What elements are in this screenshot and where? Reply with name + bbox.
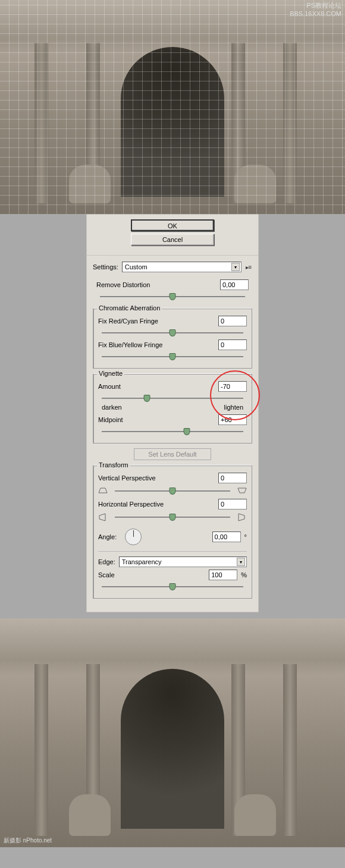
- vertical-perspective-label: Vertical Perspective: [98, 474, 156, 482]
- slider-thumb[interactable]: [170, 514, 176, 521]
- svg-marker-0: [99, 488, 107, 493]
- svg-marker-1: [238, 488, 246, 493]
- angle-input[interactable]: [212, 532, 241, 542]
- dialog-buttons: OK Cancel: [86, 214, 259, 255]
- grid-overlay: [0, 0, 345, 214]
- settings-select[interactable]: Custom ▾: [122, 262, 242, 272]
- angle-label: Angle:: [98, 533, 117, 540]
- vignette-amount-label: Amount: [98, 383, 121, 390]
- ok-button[interactable]: OK: [131, 219, 214, 231]
- dialog-area: OK Cancel Settings: Custom ▾ ▸≡ Remove D…: [0, 214, 345, 612]
- preview-after: 新摄影 nPhoto.net: [0, 618, 345, 847]
- scale-label: Scale: [98, 571, 115, 578]
- slider-thumb[interactable]: [170, 329, 176, 336]
- set-lens-default-button: Set Lens Default: [134, 448, 211, 460]
- trapezoid-bottom-icon: [237, 487, 247, 495]
- watermark-line1: PS教程论坛: [306, 2, 341, 9]
- vignette-darken-label: darken: [102, 404, 122, 411]
- fix-blue-input[interactable]: [218, 339, 247, 350]
- lens-correction-panel: Settings: Custom ▾ ▸≡ Remove Distortion …: [86, 255, 259, 612]
- slider-thumb[interactable]: [144, 395, 150, 402]
- fix-blue-slider[interactable]: [102, 353, 243, 361]
- vignette-lighten-label: lighten: [224, 404, 243, 411]
- settings-value: Custom: [125, 263, 148, 271]
- vignette-midpoint-slider[interactable]: [102, 427, 243, 436]
- trapezoid-right-icon: [237, 513, 247, 521]
- scale-slider[interactable]: [102, 583, 243, 591]
- fix-red-input[interactable]: [218, 316, 247, 326]
- slider-thumb[interactable]: [170, 488, 176, 495]
- edge-select[interactable]: Transparency ▾: [119, 556, 247, 567]
- settings-row: Settings: Custom ▾ ▸≡: [93, 262, 252, 272]
- horizontal-perspective-input[interactable]: [218, 499, 247, 510]
- vignette-midpoint-input[interactable]: [218, 414, 247, 425]
- remove-distortion-row: Remove Distortion: [96, 279, 249, 290]
- svg-marker-3: [239, 514, 244, 521]
- fix-blue-label: Fix Blue/Yellow Fringe: [98, 341, 162, 348]
- arch: [121, 669, 224, 829]
- vignette-amount-slider[interactable]: [102, 394, 243, 402]
- transform-title: Transform: [97, 461, 130, 468]
- slider-thumb[interactable]: [170, 293, 176, 300]
- vignette-group: Vignette Amount darken lighten Midpoint: [93, 373, 252, 444]
- fix-red-label: Fix Red/Cyan Fringe: [98, 317, 158, 325]
- vignette-midpoint-label: Midpoint: [98, 416, 123, 423]
- building-bg: [0, 618, 345, 847]
- remove-distortion-slider[interactable]: [100, 293, 245, 301]
- trapezoid-top-icon: [98, 487, 108, 495]
- slider-thumb[interactable]: [183, 428, 190, 435]
- panel-menu-icon[interactable]: ▸≡: [245, 264, 252, 271]
- chromatic-aberration-group: Chromatic Aberration Fix Red/Cyan Fringe…: [93, 308, 252, 369]
- edge-value: Transparency: [122, 558, 162, 565]
- edge-label: Edge:: [98, 558, 115, 565]
- watermark-top: PS教程论坛 BBS.16XX8.COM: [290, 1, 341, 17]
- dropdown-arrow-icon: ▾: [231, 263, 240, 271]
- watermark-line2: BBS.16XX8.COM: [290, 10, 341, 17]
- svg-marker-2: [99, 514, 105, 521]
- preview-before: PS教程论坛 BBS.16XX8.COM: [0, 0, 345, 214]
- vertical-perspective-input[interactable]: [218, 473, 247, 483]
- settings-label: Settings:: [93, 263, 118, 271]
- slider-thumb[interactable]: [170, 583, 176, 590]
- transform-group: Transform Vertical Perspective Horizonta…: [93, 465, 252, 599]
- vignette-amount-input[interactable]: [218, 381, 247, 392]
- scale-unit: %: [241, 571, 247, 578]
- horizontal-perspective-label: Horizontal Perspective: [98, 501, 164, 508]
- vignette-title: Vignette: [97, 370, 124, 377]
- angle-dial[interactable]: [125, 529, 142, 545]
- fix-red-slider[interactable]: [102, 329, 243, 337]
- cancel-button[interactable]: Cancel: [131, 234, 214, 246]
- scale-input[interactable]: [209, 570, 237, 580]
- vertical-perspective-slider[interactable]: [115, 487, 230, 495]
- slider-thumb[interactable]: [170, 353, 176, 360]
- watermark-bottom: 新摄影 nPhoto.net: [4, 836, 52, 845]
- horizontal-perspective-slider[interactable]: [115, 513, 230, 521]
- remove-distortion-input[interactable]: [220, 279, 249, 290]
- angle-unit: °: [244, 533, 247, 540]
- chromatic-title: Chromatic Aberration: [97, 304, 162, 312]
- dropdown-arrow-icon: ▾: [237, 558, 245, 566]
- trapezoid-left-icon: [98, 513, 108, 521]
- remove-distortion-label: Remove Distortion: [96, 281, 150, 288]
